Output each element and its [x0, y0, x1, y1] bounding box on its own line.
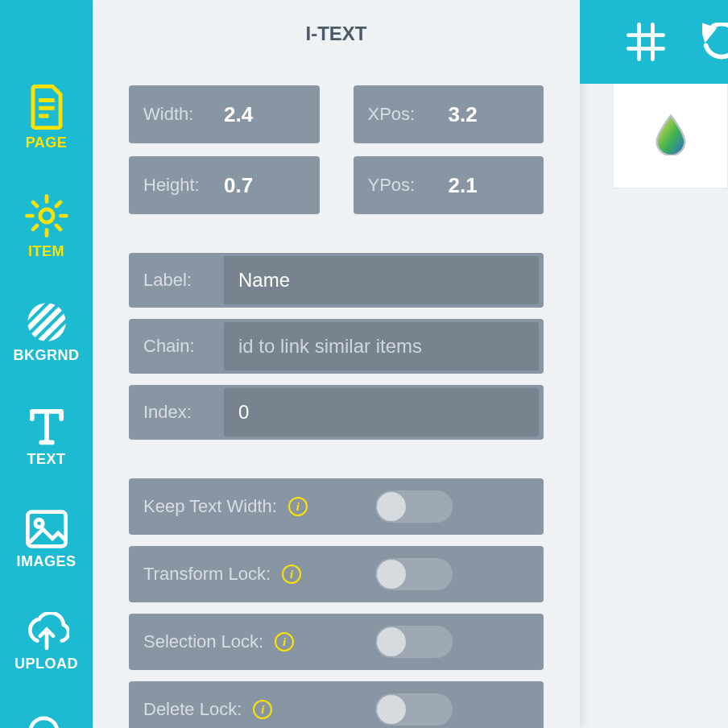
sidebar-item-text[interactable]: TEXT	[0, 406, 93, 468]
sidebar-item-label: BKGRND	[0, 347, 93, 364]
field-label-text: Label:	[129, 270, 224, 291]
toggle-switch[interactable]	[375, 558, 453, 590]
index-input[interactable]	[224, 388, 539, 436]
field-label: Label:	[129, 253, 544, 308]
svg-point-4	[35, 519, 42, 527]
prop-label: YPos:	[368, 175, 449, 196]
sidebar-item-label: IMAGES	[0, 553, 93, 570]
field-label-text: Index:	[129, 402, 224, 423]
toggle-keep-text-width: Keep Text Width: i	[129, 478, 544, 535]
prop-ypos[interactable]: YPos: 2.1	[354, 156, 544, 214]
label-input[interactable]	[224, 256, 539, 304]
toggle-delete-lock: Delete Lock: i	[129, 681, 544, 728]
undo-icon[interactable]	[702, 23, 728, 61]
prop-value: 0.7	[224, 173, 253, 198]
info-icon[interactable]: i	[275, 632, 294, 651]
panel-title: I-TEXT	[93, 0, 580, 85]
sidebar-item-item[interactable]: ITEM	[0, 193, 93, 260]
gear-icon	[0, 193, 93, 238]
svg-marker-6	[702, 26, 714, 39]
prop-height[interactable]: Height: 0.7	[129, 156, 320, 214]
toggle-label: Transform Lock:	[143, 564, 271, 585]
field-label-text: Chain:	[129, 336, 224, 357]
prop-label: XPos:	[368, 104, 449, 125]
toggle-switch[interactable]	[375, 490, 453, 523]
droplet-icon[interactable]	[654, 114, 688, 159]
chain-input[interactable]	[224, 322, 539, 370]
svg-point-0	[39, 209, 52, 222]
toggle-label: Keep Text Width:	[143, 496, 277, 517]
prop-label: Width:	[143, 104, 224, 125]
toggle-label: Delete Lock:	[143, 699, 242, 720]
prop-label: Height:	[143, 175, 224, 196]
toggle-transform-lock: Transform Lock: i	[129, 546, 544, 602]
prop-width[interactable]: Width: 2.4	[129, 85, 320, 143]
stripes-icon	[0, 302, 93, 342]
prop-xpos[interactable]: XPos: 3.2	[354, 85, 544, 143]
info-icon[interactable]: i	[288, 497, 308, 516]
image-icon	[0, 510, 93, 548]
sidebar-item-label: ITEM	[0, 243, 93, 260]
toggle-switch[interactable]	[375, 693, 453, 726]
upload-icon	[0, 612, 93, 651]
sidebar-item-upload[interactable]: UPLOAD	[0, 612, 93, 672]
prop-value: 3.2	[449, 102, 478, 127]
field-index: Index:	[129, 385, 544, 440]
sidebar-item-label: TEXT	[0, 451, 93, 468]
sidebar-item-bkgrnd[interactable]: BKGRND	[0, 302, 93, 364]
top-toolbar	[580, 0, 728, 84]
svg-point-5	[30, 718, 56, 728]
text-icon	[0, 406, 93, 446]
prop-value: 2.1	[449, 173, 478, 198]
page-icon	[0, 85, 93, 130]
sidebar-item-images[interactable]: IMAGES	[0, 510, 93, 570]
toggle-label: Selection Lock:	[143, 631, 263, 652]
search-icon	[0, 714, 93, 728]
info-icon[interactable]: i	[253, 700, 272, 719]
canvas-area[interactable]	[613, 84, 728, 188]
sidebar-item-page[interactable]: PAGE	[0, 85, 93, 151]
sidebar-item-label: PAGE	[0, 134, 93, 151]
prop-value: 2.4	[224, 102, 253, 127]
info-icon[interactable]: i	[282, 565, 301, 584]
inspector-panel: I-TEXT Width: 2.4 XPos: 3.2 Height: 0.7 …	[93, 0, 580, 728]
toggle-switch[interactable]	[375, 626, 453, 658]
sidebar-item-search[interactable]	[0, 714, 93, 728]
field-chain: Chain:	[129, 319, 544, 374]
sidebar-item-label: UPLOAD	[0, 656, 93, 672]
sidebar: PAGE ITEM BKGRND	[0, 0, 93, 728]
toggle-selection-lock: Selection Lock: i	[129, 614, 544, 670]
grid-icon[interactable]	[627, 23, 665, 61]
